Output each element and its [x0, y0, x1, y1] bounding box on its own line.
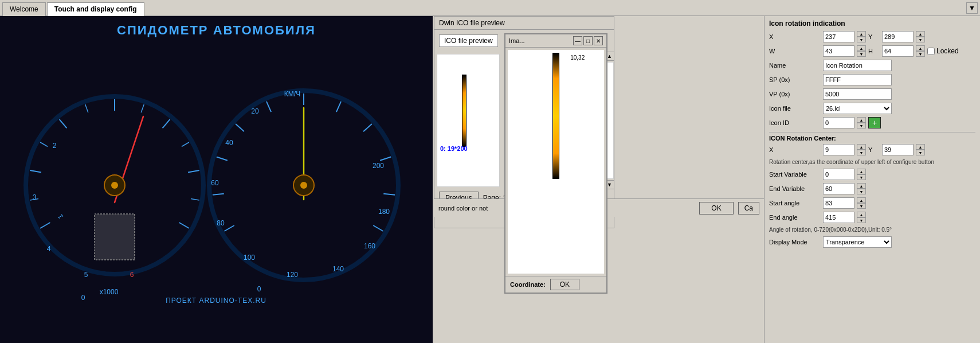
- cancel-button[interactable]: Ca: [738, 202, 759, 215]
- config-x-down[interactable]: ▼: [857, 37, 866, 42]
- config-end-var-input[interactable]: [823, 183, 854, 194]
- svg-text:200: 200: [373, 162, 384, 170]
- config-start-var-spinner: ▲ ▼: [857, 169, 866, 180]
- icon-id-down[interactable]: ▼: [857, 123, 866, 128]
- config-w-input[interactable]: [823, 45, 854, 57]
- img-coord-label: Coordinate:: [510, 281, 546, 288]
- img-popup-title-text: Ima...: [509, 37, 525, 44]
- img-popup-restore[interactable]: □: [583, 36, 593, 45]
- svg-text:ПРОЕКТ ARDUINO-TEX.RU: ПРОЕКТ ARDUINO-TEX.RU: [166, 297, 266, 305]
- config-icon-id-row: Icon ID ▲ ▼ +: [769, 117, 975, 128]
- config-h-spinner: ▲ ▼: [916, 45, 925, 57]
- start-var-up[interactable]: ▲: [857, 169, 866, 174]
- config-icon-file-label: Icon file: [769, 105, 821, 112]
- config-vp-label: VP (0x): [769, 91, 821, 98]
- config-h-down[interactable]: ▼: [916, 51, 925, 57]
- rotation-note: Rotation center,as the coordinate of upp…: [769, 158, 975, 166]
- img-popup-close[interactable]: ✕: [594, 36, 603, 45]
- config-w-label: W: [769, 48, 821, 54]
- angle-note: Angle of rotation, 0-720(0x000-0x2D0),Un…: [769, 226, 975, 234]
- bg-color-label: round color or not: [438, 205, 488, 212]
- svg-text:20: 20: [251, 107, 259, 115]
- config-icon-file-select[interactable]: 26.icl: [823, 103, 892, 114]
- tab-touch-display[interactable]: Touch and display config: [47, 2, 144, 16]
- svg-text:0: 0: [81, 294, 85, 302]
- ry-up[interactable]: ▲: [916, 144, 925, 150]
- dwin-panel-title: Dwin ICO file preview: [434, 17, 614, 30]
- config-end-angle-spinner: ▲ ▼: [857, 212, 866, 223]
- start-angle-up[interactable]: ▲: [857, 197, 866, 203]
- rx-down[interactable]: ▼: [857, 150, 866, 155]
- start-var-down[interactable]: ▼: [857, 174, 866, 180]
- config-rx-input[interactable]: [823, 144, 854, 155]
- config-h-input[interactable]: [882, 45, 914, 57]
- config-x-up[interactable]: ▲: [857, 31, 866, 37]
- config-h-up[interactable]: ▲: [916, 45, 925, 51]
- config-section-title: Icon rotation indication: [769, 20, 975, 28]
- ico-file-label: 0: 19*200: [440, 145, 468, 152]
- image-preview-popup: Ima... — □ ✕ 10,32 Coordinate: OK: [504, 33, 607, 294]
- svg-text:160: 160: [364, 242, 375, 250]
- svg-point-52: [300, 182, 307, 189]
- config-vp-row: VP (0x): [769, 88, 975, 100]
- svg-point-24: [111, 182, 118, 189]
- end-var-down[interactable]: ▼: [857, 189, 866, 194]
- config-icon-id-input[interactable]: [823, 117, 854, 128]
- img-ok-button[interactable]: OK: [550, 279, 579, 290]
- start-angle-down[interactable]: ▼: [857, 203, 866, 209]
- config-y-down[interactable]: ▼: [916, 37, 925, 42]
- svg-line-27: [224, 225, 234, 231]
- config-end-angle-label: End angle: [769, 214, 821, 221]
- locked-checkbox[interactable]: [927, 48, 935, 55]
- config-start-angle-input[interactable]: [823, 197, 854, 209]
- end-angle-up[interactable]: ▲: [857, 212, 866, 217]
- config-end-var-label: End Variable: [769, 185, 821, 192]
- config-y-input[interactable]: [882, 31, 914, 42]
- tab-dropdown-arrow[interactable]: ▼: [966, 2, 978, 14]
- config-start-angle-label: Start angle: [769, 200, 821, 206]
- config-y-up[interactable]: ▲: [916, 31, 925, 37]
- speedometer-title: СПИДОМЕТР АВТОМОБИЛЯ: [0, 16, 433, 38]
- end-var-up[interactable]: ▲: [857, 183, 866, 189]
- end-angle-down[interactable]: ▼: [857, 217, 866, 223]
- svg-text:0: 0: [257, 285, 261, 293]
- svg-text:1: 1: [56, 213, 65, 220]
- config-w-down[interactable]: ▼: [857, 51, 866, 57]
- rx-up[interactable]: ▲: [857, 144, 866, 150]
- config-x-spinner: ▲ ▼: [857, 31, 866, 42]
- img-popup-minimize[interactable]: —: [573, 36, 582, 45]
- config-ry-label: Y: [868, 146, 880, 153]
- config-display-mode-select[interactable]: Transparence: [823, 236, 892, 248]
- svg-text:4: 4: [47, 245, 51, 253]
- config-vp-input[interactable]: [823, 88, 892, 100]
- svg-line-30: [236, 124, 244, 131]
- config-start-var-input[interactable]: [823, 169, 854, 180]
- svg-text:120: 120: [287, 271, 298, 279]
- config-sp-input[interactable]: [823, 74, 892, 85]
- svg-line-9: [40, 142, 48, 147]
- config-rx-label: X: [769, 146, 821, 153]
- config-rx-row: X ▲ ▼ Y ▲ ▼: [769, 144, 975, 155]
- dwin-ico-tab[interactable]: ICO file preview: [439, 34, 498, 47]
- config-display-mode-row: Display Mode Transparence: [769, 236, 975, 248]
- img-popup-content: 10,32: [508, 50, 604, 274]
- svg-text:140: 140: [332, 265, 344, 273]
- tab-welcome[interactable]: Welcome: [2, 2, 46, 16]
- svg-text:2: 2: [53, 142, 57, 150]
- svg-line-7: [179, 223, 189, 228]
- ok-button[interactable]: OK: [699, 202, 733, 215]
- img-popup-titlebar: Ima... — □ ✕: [505, 34, 606, 48]
- svg-line-11: [141, 104, 144, 112]
- icon-id-up[interactable]: ▲: [857, 117, 866, 123]
- config-ry-input[interactable]: [882, 144, 914, 155]
- config-wh-row: W ▲ ▼ H ▲ ▼ Locked: [769, 45, 975, 57]
- svg-text:180: 180: [378, 208, 390, 216]
- icon-id-plus-button[interactable]: +: [868, 117, 881, 128]
- config-end-angle-input[interactable]: [823, 212, 854, 223]
- svg-line-29: [217, 157, 228, 161]
- svg-line-13: [191, 198, 199, 200]
- config-w-up[interactable]: ▲: [857, 45, 866, 51]
- config-x-input[interactable]: [823, 31, 854, 42]
- ry-down[interactable]: ▼: [916, 150, 925, 155]
- config-name-input[interactable]: [823, 60, 892, 71]
